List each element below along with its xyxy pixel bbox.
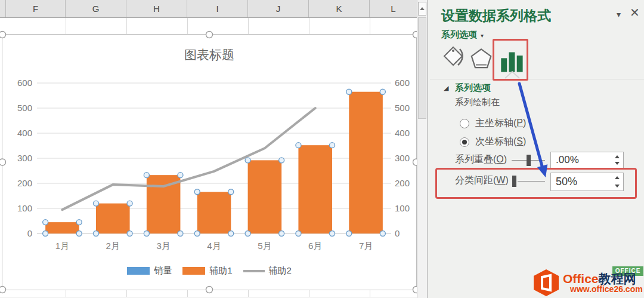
x-axis-label[interactable]: 7月 <box>359 241 373 251</box>
bar-辅助1[interactable] <box>197 192 231 234</box>
close-icon[interactable]: ✕ <box>630 5 640 20</box>
chart-selection-handle[interactable] <box>0 159 6 165</box>
series-selection-handle[interactable] <box>296 143 301 148</box>
series-selection-handle[interactable] <box>144 231 149 236</box>
series-selection-handle[interactable] <box>346 231 352 236</box>
gridline <box>0 297 417 297</box>
series-selection-handle[interactable] <box>330 143 335 148</box>
radio-primary-axis[interactable]: 主坐标轴(P) <box>460 117 526 130</box>
chart-plot-area[interactable]: 001001002002003003004004005005006006001月… <box>2 35 416 290</box>
vertical-scrollbar[interactable] <box>417 0 428 298</box>
chart-selection-handle[interactable] <box>0 32 6 38</box>
chart-selection-handle[interactable] <box>206 32 213 38</box>
series-selection-handle[interactable] <box>296 231 301 236</box>
series-selection-handle[interactable] <box>194 231 200 236</box>
legend-item-sales[interactable]: 销量 <box>127 265 172 277</box>
secondary-y-axis-label[interactable]: 300 <box>395 153 410 163</box>
secondary-y-axis-label[interactable]: 400 <box>395 128 410 138</box>
series-selection-handle[interactable] <box>380 231 385 236</box>
x-axis-label[interactable]: 6月 <box>308 241 322 251</box>
y-axis-label[interactable]: 500 <box>17 103 32 113</box>
section-title-series-options[interactable]: 系列选项 <box>455 82 491 94</box>
series-selection-handle[interactable] <box>76 231 82 236</box>
series-selection-handle[interactable] <box>178 173 183 178</box>
pane-collapse-icon[interactable]: ▾ <box>617 10 621 19</box>
series-selection-handle[interactable] <box>178 231 183 236</box>
column-header-k[interactable]: K <box>309 0 370 17</box>
watermark-brand-orange: Office <box>563 272 599 285</box>
bar-辅助1[interactable] <box>96 204 130 234</box>
series-selection-handle[interactable] <box>228 231 234 236</box>
column-header-g[interactable]: G <box>66 0 126 17</box>
y-axis-label[interactable]: 200 <box>17 178 32 188</box>
bar-辅助1[interactable] <box>349 92 383 234</box>
column-header-l[interactable]: L <box>370 0 417 17</box>
y-axis-label[interactable]: 0 <box>27 228 32 238</box>
legend-swatch-bar <box>182 267 205 275</box>
series-selection-handle[interactable] <box>127 201 132 206</box>
y-axis-label[interactable]: 100 <box>17 203 32 213</box>
spin-up-icon[interactable] <box>615 155 620 158</box>
legend-item-aux1[interactable]: 辅助1 <box>182 265 232 277</box>
x-axis-label[interactable]: 5月 <box>258 241 271 251</box>
section-expand-icon[interactable]: ◢ <box>444 84 448 92</box>
overlap-slider-handle[interactable] <box>527 155 531 166</box>
bar-辅助1[interactable] <box>45 222 79 234</box>
watermark-url: www.office26.com <box>570 284 643 294</box>
series-selection-handle[interactable] <box>279 231 284 236</box>
series-options-dropdown[interactable]: 系列选项▾ <box>441 29 484 41</box>
column-header-i[interactable]: I <box>187 0 248 17</box>
format-series-pane: 设置数据系列格式 ▾ ✕ 系列选项▾ ◢ 系列选项 系列绘制在 主坐标轴( <box>428 0 644 298</box>
series-selection-handle[interactable] <box>194 189 200 195</box>
x-axis-label[interactable]: 2月 <box>106 241 120 251</box>
column-header-j[interactable]: J <box>248 0 309 17</box>
chart-legend[interactable]: 销量 辅助1 辅助2 <box>2 265 416 277</box>
column-header-h[interactable]: H <box>126 0 187 17</box>
overlap-value[interactable]: .00% <box>556 152 579 168</box>
plot-series-on-label: 系列绘制在 <box>455 97 500 108</box>
series-selection-handle[interactable] <box>94 201 99 206</box>
secondary-y-axis-label[interactable]: 600 <box>395 78 410 88</box>
secondary-y-axis-label[interactable]: 100 <box>395 203 410 213</box>
series-selection-handle[interactable] <box>43 231 48 236</box>
bar-辅助1[interactable] <box>248 160 282 234</box>
tab-effects[interactable] <box>470 47 493 70</box>
series-selection-handle[interactable] <box>330 231 335 236</box>
legend-item-aux2[interactable]: 辅助2 <box>243 265 292 277</box>
series-selection-handle[interactable] <box>127 231 132 236</box>
series-selection-handle[interactable] <box>228 189 234 195</box>
chart-object[interactable]: 图表标题 00100100200200300300400400500500600… <box>2 34 417 290</box>
radio-secondary-axis[interactable]: 次坐标轴(S) <box>460 136 526 148</box>
tab-fill-line[interactable] <box>441 45 466 69</box>
series-selection-handle[interactable] <box>346 89 352 94</box>
y-axis-label[interactable]: 300 <box>17 153 32 163</box>
series-selection-handle[interactable] <box>245 158 250 163</box>
secondary-y-axis-label[interactable]: 500 <box>395 103 410 113</box>
series-selection-handle[interactable] <box>245 231 250 236</box>
overlap-spinbox[interactable]: .00% <box>550 152 624 168</box>
annotation-red-box-gap <box>435 168 637 199</box>
x-axis-label[interactable]: 3月 <box>156 241 170 251</box>
bar-辅助1[interactable] <box>298 145 332 234</box>
x-axis-label[interactable]: 4月 <box>207 241 221 251</box>
secondary-y-axis-label[interactable]: 0 <box>395 228 400 238</box>
scroll-up-button[interactable] <box>418 2 426 16</box>
spin-down-icon[interactable] <box>615 162 620 165</box>
secondary-y-axis-label[interactable]: 200 <box>395 178 410 188</box>
chart-selection-handle[interactable] <box>0 287 6 293</box>
column-header-f[interactable]: F <box>6 0 66 17</box>
radio-button[interactable] <box>460 119 469 128</box>
series-selection-handle[interactable] <box>94 231 99 236</box>
chart-selection-handle[interactable] <box>206 287 213 293</box>
column-header-partial[interactable] <box>0 0 6 17</box>
scrollbar-thumb[interactable] <box>418 17 426 119</box>
series-selection-handle[interactable] <box>43 220 48 225</box>
series-selection-handle[interactable] <box>380 89 385 94</box>
radio-button[interactable] <box>460 137 469 147</box>
series-selection-handle[interactable] <box>76 220 82 225</box>
y-axis-label[interactable]: 600 <box>17 78 32 88</box>
y-axis-label[interactable]: 400 <box>17 128 32 138</box>
series-selection-handle[interactable] <box>279 158 284 163</box>
series-selection-handle[interactable] <box>144 173 149 178</box>
x-axis-label[interactable]: 1月 <box>55 241 69 251</box>
